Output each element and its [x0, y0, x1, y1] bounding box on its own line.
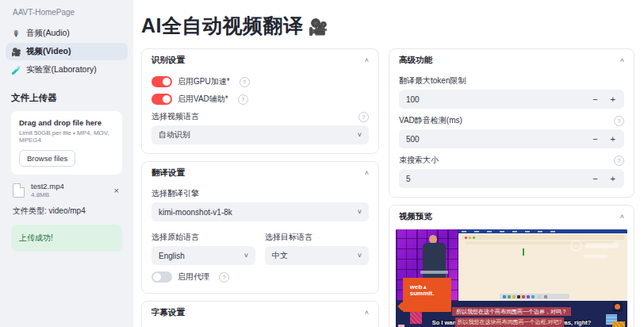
watermark-logo-icon — [570, 240, 582, 252]
burned-subtitles: 所以我想在这个画布周围画一个边界，对吗？ So I want 所以我想在这块画布… — [396, 302, 627, 327]
websummit-triangle-icon: ▲ — [422, 284, 427, 290]
help-icon: ? — [614, 116, 624, 126]
target-language-select[interactable]: 中文 ˅ — [265, 246, 369, 265]
sidebar-item-audio[interactable]: 🎙 音频(Audio) — [6, 25, 128, 42]
video-camera-icon: 🎥 — [11, 48, 21, 56]
translation-settings-card: 翻译设置 ˄ 选择翻译引擎 kimi-moonshot-v1-8k ˅ 选择原始… — [141, 161, 379, 294]
proxy-toggle-label: 启用代理 — [178, 271, 209, 283]
file-dropzone[interactable]: Drag and drop file here Limit 50GB per f… — [11, 111, 122, 175]
decrement-button[interactable]: − — [591, 134, 599, 144]
engine-select[interactable]: kimi-moonshot-v1-8k ˅ — [151, 202, 369, 221]
vad-toggle-label: 启用VAD辅助* — [178, 94, 228, 105]
help-icon: ? — [614, 156, 624, 166]
vad-silence-input[interactable]: 500 − + — [399, 129, 624, 148]
video-preview-player[interactable]: web▲ summit. 所以我想在这个画布周围画一个边界，对吗？ So I w… — [396, 229, 627, 327]
help-icon: ? — [238, 94, 248, 105]
gpu-toggle-label: 启用GPU加速* — [178, 76, 230, 87]
sidebar-item-label: 音频(Audio) — [26, 28, 70, 39]
document-icon — [13, 183, 25, 198]
chevron-down-icon: ˅ — [358, 131, 362, 139]
subtitle-line-2: So I want 所以我想在这块画布周围画一个边框,对吧? vas, righ… — [396, 317, 627, 327]
advanced-expander-header[interactable]: 高级功能 ˄ — [389, 49, 634, 70]
chevron-up-icon: ˄ — [620, 213, 624, 221]
microphone-icon: 🎙 — [11, 29, 21, 38]
recognition-settings-card: 识别设置 ˄ 启用GPU加速* ? 启用VAD辅助* ? — [141, 48, 379, 154]
laptop-shape — [420, 271, 447, 274]
video-language-select[interactable]: 自动识别 ˅ — [151, 125, 369, 144]
decrement-button[interactable]: − — [591, 94, 599, 104]
chevron-down-icon: ˅ — [358, 208, 362, 216]
app-title: AAVT-HomePage — [13, 8, 122, 17]
help-icon: ? — [358, 112, 369, 122]
sidebar-item-video[interactable]: 🎥 视频(Video) — [6, 43, 128, 60]
dropzone-hint: Limit 50GB per file • MP4, MOV, MPEG4 — [19, 129, 114, 144]
vad-toggle[interactable] — [151, 94, 172, 105]
chevron-down-icon: ˅ — [244, 252, 248, 260]
max-token-label: 翻译最大token限制 — [399, 75, 466, 87]
subtitle-expander-header[interactable]: 字幕设置 ˄ — [142, 302, 378, 322]
uploader-heading: 文件上传器 — [11, 92, 122, 104]
file-size: 4.8MB — [31, 191, 64, 199]
file-name: test2.mp4 — [31, 182, 64, 191]
app-window: AAVT-HomePage 🎙 音频(Audio) 🎥 视频(Video) 🧪 … — [0, 0, 644, 327]
uploaded-file-row: test2.mp4 4.8MB × — [13, 182, 121, 199]
target-language-label: 选择目标语言 — [265, 232, 312, 243]
increment-button[interactable]: + — [609, 134, 617, 144]
beam-size-input[interactable]: 5 − + — [399, 169, 624, 188]
sidebar-item-label: 视频(Video) — [26, 46, 71, 57]
help-icon: ? — [240, 77, 250, 87]
beam-size-label: 束搜索大小 — [399, 155, 439, 166]
increment-button[interactable]: + — [609, 174, 617, 183]
engine-label: 选择翻译引擎 — [151, 188, 199, 199]
main-content: AI全自动视频翻译🎥 识别设置 ˄ 启用GPU加速* ? — [133, 0, 644, 327]
dropzone-title: Drag and drop file here — [19, 118, 114, 127]
video-language-label: 选择视频语言 — [151, 111, 199, 122]
gpu-toggle[interactable] — [151, 76, 172, 87]
chevron-down-icon: ˅ — [358, 252, 362, 260]
page-title: AI全自动视频翻译🎥 — [141, 13, 634, 39]
movie-camera-icon: 🎥 — [309, 18, 328, 36]
chevron-up-icon: ˄ — [365, 309, 369, 317]
advanced-settings-card: 高级功能 ˄ 翻译最大token限制 100 − + VAD静音检测(ms) ? — [389, 48, 634, 198]
chevron-up-icon: ˄ — [620, 56, 624, 64]
source-language-select[interactable]: English ˅ — [151, 246, 255, 265]
chevron-up-icon: ˄ — [365, 56, 369, 64]
remove-file-button[interactable]: × — [113, 186, 121, 195]
sidebar-item-label: 实验室(Laboratory) — [26, 64, 97, 75]
sidebar: AAVT-HomePage 🎙 音频(Audio) 🎥 视频(Video) 🧪 … — [0, 0, 133, 327]
subtitle-settings-card: 字幕设置 ˄ 字幕方式: ? 硬字幕 ˅ 视频字幕字体: — [141, 301, 379, 327]
help-icon: ? — [219, 272, 229, 283]
preview-expander-header[interactable]: 视频预览 ˄ — [389, 206, 634, 226]
subtitle-line-1: 所以我想在这个画布周围画一个边界，对吗？ — [452, 307, 571, 316]
decrement-button[interactable]: − — [591, 174, 599, 183]
editor-caret — [523, 248, 525, 256]
translation-expander-header[interactable]: 翻译设置 ˄ — [142, 162, 378, 183]
file-type-text: 文件类型: video/mp4 — [13, 206, 121, 217]
max-token-input[interactable]: 100 − + — [399, 90, 624, 109]
projected-screen — [458, 229, 627, 301]
browse-files-button[interactable]: Browse files — [19, 150, 75, 167]
upload-success-alert: 上传成功! — [11, 225, 122, 252]
screen-dock — [500, 294, 569, 299]
sidebar-item-laboratory[interactable]: 🧪 实验室(Laboratory) — [6, 61, 128, 79]
proxy-toggle[interactable] — [151, 271, 172, 283]
watermark — [570, 238, 619, 258]
chevron-up-icon: ˄ — [365, 169, 369, 177]
increment-button[interactable]: + — [609, 94, 617, 104]
screen-menubar — [458, 229, 627, 233]
vad-silence-label: VAD静音检测(ms) — [399, 115, 462, 126]
video-preview-card: 视频预览 ˄ — [389, 205, 634, 327]
source-language-label: 选择原始语言 — [151, 232, 199, 243]
test-tube-icon: 🧪 — [11, 66, 21, 75]
recognition-expander-header[interactable]: 识别设置 ˄ — [142, 49, 378, 70]
